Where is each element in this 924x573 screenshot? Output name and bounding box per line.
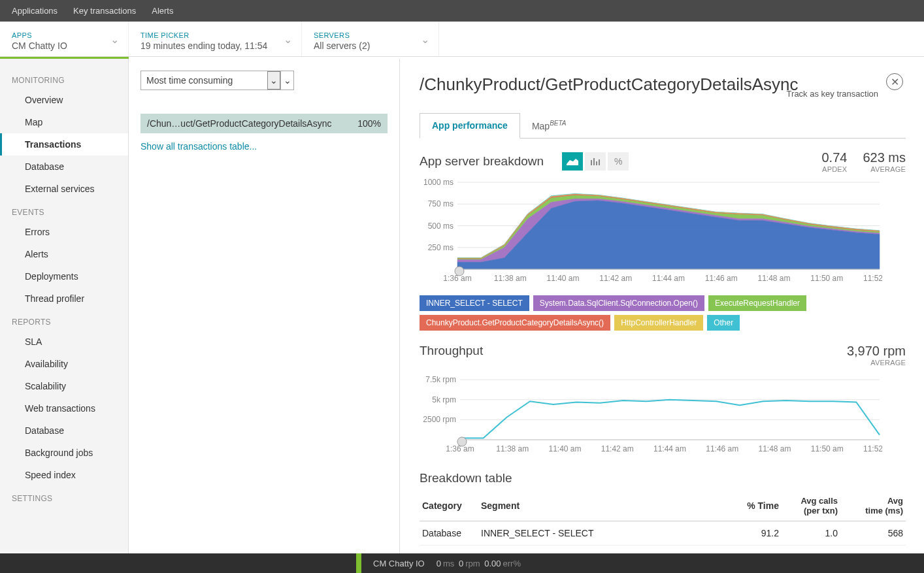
transaction-pct: 100% <box>357 118 381 129</box>
nav-alerts[interactable]: Alerts <box>152 6 173 16</box>
throughput-title: Throughput <box>420 344 483 367</box>
throughput-header: Throughput 3,970 rpm AVERAGE <box>420 344 906 367</box>
apps-picker[interactable]: APPS CM Chatty IO ⌄ <box>0 22 129 56</box>
svg-text:7.5k rpm: 7.5k rpm <box>425 375 456 384</box>
svg-point-22 <box>455 267 464 276</box>
col-pct-time[interactable]: % Time <box>729 491 782 521</box>
sidebar-item-speed-index[interactable]: Speed index <box>0 464 128 486</box>
chart-type-area-button[interactable] <box>562 152 583 171</box>
status-ms: 0 <box>437 559 441 568</box>
svg-rect-0 <box>591 160 592 165</box>
sidebar: MONITORINGOverviewMapTransactionsDatabas… <box>0 59 129 553</box>
legend-pill[interactable]: INNER_SELECT - SELECT <box>420 295 529 311</box>
status-err: 0.00 <box>484 559 501 568</box>
tab-app-performance[interactable]: App performance <box>420 113 520 139</box>
context-bar: APPS CM Chatty IO ⌄ TIME PICKER 19 minut… <box>0 22 924 57</box>
svg-point-39 <box>457 437 467 446</box>
throughput-metric: 3,970 rpm AVERAGE <box>847 344 906 367</box>
legend-pill[interactable]: ChunkyProduct.GetProductCategoryDetailsA… <box>420 315 610 331</box>
avg-metric: 623 ms AVERAGE <box>863 150 906 173</box>
sidebar-item-deployments[interactable]: Deployments <box>0 265 128 287</box>
show-all-link[interactable]: Show all transactions table... <box>140 141 257 152</box>
svg-text:750 ms: 750 ms <box>428 199 454 208</box>
status-app-name[interactable]: CM Chatty IO <box>361 559 437 568</box>
svg-text:11:44 am: 11:44 am <box>653 444 686 453</box>
chevron-down-icon: ⌄ <box>280 71 293 90</box>
sidebar-section-title: REPORTS <box>0 310 128 331</box>
close-icon: ✕ <box>891 76 899 88</box>
col-avg-time[interactable]: Avgtime (ms) <box>840 491 906 521</box>
sidebar-item-web-transactions[interactable]: Web transactions <box>0 397 128 419</box>
track-key-transaction-link[interactable]: Track as key transaction <box>787 89 878 99</box>
col-category[interactable]: Category <box>420 491 478 521</box>
avg-value: 623 ms <box>863 150 906 165</box>
legend-pill[interactable]: ExecuteRequestHandler <box>708 295 806 311</box>
col-segment[interactable]: Segment <box>478 491 729 521</box>
breakdown-table-title: Breakdown table <box>420 471 906 485</box>
svg-text:11:48 am: 11:48 am <box>758 444 791 453</box>
sidebar-item-alerts[interactable]: Alerts <box>0 243 128 265</box>
status-health-icon <box>356 553 361 573</box>
servers-picker[interactable]: SERVERS All servers (2) ⌄ <box>302 22 439 56</box>
legend-pill[interactable]: Other <box>707 315 740 331</box>
sidebar-item-errors[interactable]: Errors <box>0 221 128 243</box>
sidebar-item-sla[interactable]: SLA <box>0 331 128 353</box>
breakdown-legend: INNER_SELECT - SELECTSystem.Data.SqlClie… <box>420 295 906 331</box>
status-stats: 0ms 0rpm 0.00err% <box>437 559 523 568</box>
chart-type-percent-button[interactable]: % <box>608 152 629 171</box>
nav-applications[interactable]: Applications <box>12 6 58 16</box>
time-picker[interactable]: TIME PICKER 19 minutes ending today, 11:… <box>129 22 302 56</box>
sidebar-item-transactions[interactable]: Transactions <box>0 133 128 156</box>
chevron-down-icon: ⌄ <box>110 33 119 45</box>
svg-rect-3 <box>599 159 600 165</box>
sidebar-item-database[interactable]: Database <box>0 419 128 442</box>
close-button[interactable]: ✕ <box>886 73 903 90</box>
chevron-down-icon: ⌄ <box>421 33 429 45</box>
sort-dropdown[interactable]: Most time consuming ⌄ ⌄ <box>140 71 294 90</box>
chevron-down-icon: ⌄ <box>284 33 292 45</box>
sidebar-item-scalability[interactable]: Scalability <box>0 375 128 397</box>
avg-label: AVERAGE <box>863 165 906 173</box>
apdex-value: 0.74 <box>821 150 847 165</box>
app-server-breakdown-chart[interactable]: 250 ms500 ms750 ms1000 ms1:36 am11:38 am… <box>420 178 882 286</box>
breakdown-table: Category Segment % Time Avg calls(per tx… <box>420 491 906 553</box>
transaction-detail: /ChunkyProduct/GetProductCategoryDetails… <box>400 59 924 553</box>
nav-key-transactions[interactable]: Key transactions <box>73 6 136 16</box>
sidebar-item-background-jobs[interactable]: Background jobs <box>0 442 128 464</box>
svg-text:11:46 am: 11:46 am <box>706 444 738 453</box>
tab-map-label: Map <box>532 121 550 131</box>
legend-pill[interactable]: System.Data.SqlClient.SqlConnection.Open… <box>533 295 704 311</box>
breakdown-table-section: Breakdown table Category Segment % Time … <box>420 471 906 553</box>
svg-text:250 ms: 250 ms <box>428 242 454 252</box>
table-row[interactable]: DatabaseINNER_SELECT - SELECT91.21.0568 <box>420 521 906 545</box>
svg-text:11:42 am: 11:42 am <box>601 444 634 453</box>
svg-text:11:50 am: 11:50 am <box>811 444 844 453</box>
legend-pill[interactable]: HttpControllerHandler <box>614 315 703 331</box>
throughput-chart[interactable]: 2500 rpm5k rpm7.5k rpm1:36 am11:38 am11:… <box>420 372 882 457</box>
svg-text:11:40 am: 11:40 am <box>548 444 581 453</box>
sidebar-item-availability[interactable]: Availability <box>0 353 128 375</box>
throughput-value: 3,970 rpm <box>847 344 906 359</box>
svg-text:11:38 am: 11:38 am <box>494 274 527 283</box>
svg-text:11:40 am: 11:40 am <box>546 274 579 283</box>
sidebar-item-map[interactable]: Map <box>0 111 128 133</box>
transaction-name: /Chun…uct/GetProductCategoryDetailsAsync <box>147 118 331 129</box>
sidebar-item-external-services[interactable]: External services <box>0 178 128 200</box>
svg-text:11:46 am: 11:46 am <box>705 274 738 283</box>
chart-type-bars-button[interactable] <box>585 152 606 171</box>
sidebar-item-database[interactable]: Database <box>0 156 128 178</box>
status-rpm: 0 <box>459 559 463 568</box>
table-row[interactable]: DotNetSystem.Data.SqlClient.SqlConnectio… <box>420 545 906 553</box>
col-avg-calls[interactable]: Avg calls(per txn) <box>782 491 840 521</box>
breakdown-header: App server breakdown % 0.74 APDEX 623 ms… <box>420 150 906 173</box>
sidebar-item-overview[interactable]: Overview <box>0 89 128 111</box>
svg-text:11:52 am: 11:52 am <box>863 274 882 283</box>
chevron-down-icon: ⌄ <box>267 71 280 90</box>
sidebar-item-thread-profiler[interactable]: Thread profiler <box>0 287 128 310</box>
tab-map[interactable]: MapBETA <box>520 113 578 138</box>
svg-text:11:48 am: 11:48 am <box>757 274 790 283</box>
transaction-row[interactable]: /Chun…uct/GetProductCategoryDetailsAsync… <box>140 114 388 133</box>
svg-text:11:44 am: 11:44 am <box>652 274 685 283</box>
svg-rect-2 <box>596 161 597 165</box>
time-label: TIME PICKER <box>140 31 289 39</box>
